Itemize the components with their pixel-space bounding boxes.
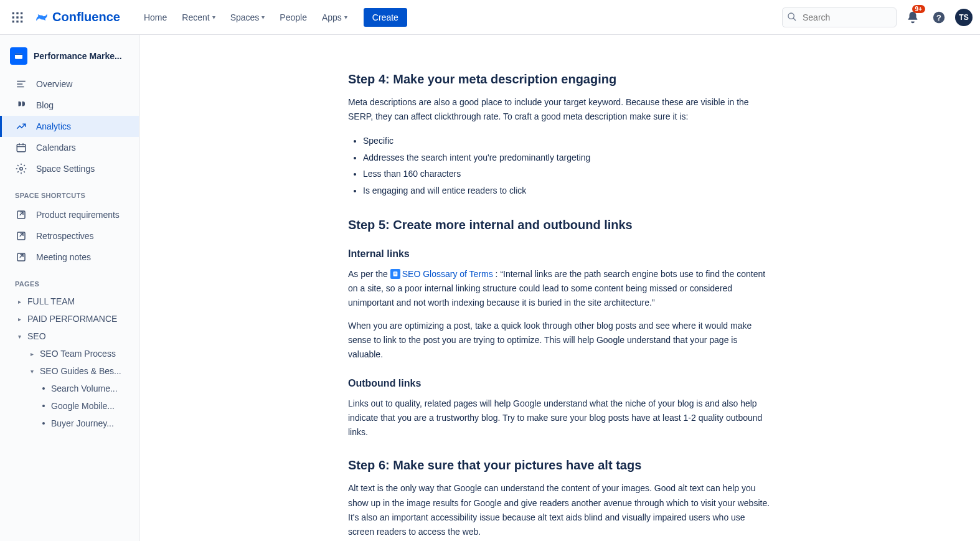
external-link-icon [15,209,27,221]
list-item: Addresses the search intent you're predo… [363,149,771,166]
shortcut-label: Retrospectives [36,231,94,241]
step6-p: Alt text is the only way that Google can… [348,481,771,539]
sidebar-item-blog[interactable]: Blog [0,95,139,116]
sidebar-item-label: Blog [36,100,54,110]
sidebar-item-calendars[interactable]: Calendars [0,137,139,158]
overview-icon [15,78,27,90]
svg-rect-1 [16,12,18,14]
shortcut-product-requirements[interactable]: Product requirements [0,204,139,225]
internal-links-p2: When you are optimizing a post, take a q… [348,319,771,362]
shortcuts-label: SPACE SHORTCUTS [0,179,139,204]
chevron-down-icon[interactable]: ▾ [15,333,24,340]
analytics-icon [15,120,27,133]
space-header[interactable]: Performance Marke... [0,45,139,73]
nav-home[interactable]: Home [138,9,173,26]
tree-buyer-journey[interactable]: Buyer Journey... [0,415,139,432]
svg-rect-14 [15,53,22,55]
chevron-down-icon: ▾ [212,14,215,21]
shortcut-retrospectives[interactable]: Retrospectives [0,225,139,247]
chevron-right-icon[interactable]: ▸ [15,298,24,305]
svg-rect-3 [12,16,14,18]
list-item: Is engaging and will entice readers to c… [363,182,771,199]
shortcut-label: Meeting notes [36,252,91,262]
logo-text: Confluence [52,10,120,24]
tree-seo-guides[interactable]: ▾ SEO Guides & Bes... [0,362,139,380]
tree-search-volume[interactable]: Search Volume... [0,380,139,397]
help-button[interactable]: ? [929,7,949,27]
top-nav: Confluence Home Recent▾ Spaces▾ People A… [0,0,980,35]
search-input[interactable] [782,7,897,27]
top-nav-right: 9+ ? TS [782,7,973,27]
space-icon [10,47,27,65]
document: Step 4: Make your meta description engag… [348,72,771,539]
notification-badge: 9+ [912,5,925,13]
content-area: Step 4: Make your meta description engag… [139,35,980,541]
app-switcher-icon[interactable] [7,7,27,27]
tree-paid-performance[interactable]: ▸ PAID PERFORMANCE [0,310,139,327]
user-avatar[interactable]: TS [955,9,973,26]
step4-heading: Step 4: Make your meta description engag… [348,72,771,87]
notifications-button[interactable]: 9+ [903,7,923,27]
nav-recent[interactable]: Recent▾ [176,9,221,26]
sidebar-item-label: Calendars [36,143,76,153]
tree-seo-team-process[interactable]: ▸ SEO Team Process [0,345,139,362]
chevron-right-icon[interactable]: ▸ [15,316,24,322]
svg-rect-8 [21,21,22,22]
svg-point-22 [20,167,23,171]
nav-people[interactable]: People [273,9,313,26]
seo-glossary-link[interactable]: SEO Glossary of Terms [402,269,493,279]
svg-line-28 [20,255,23,258]
svg-rect-5 [21,16,22,18]
sidebar-item-settings[interactable]: Space Settings [0,158,139,179]
outbound-links-heading: Outbound links [348,378,771,389]
bullet-icon [42,387,45,390]
svg-text:?: ? [936,12,941,22]
sidebar-item-analytics[interactable]: Analytics [0,116,139,137]
sidebar-item-label: Overview [36,79,72,89]
sidebar-item-label: Space Settings [36,164,95,174]
tree-full-team[interactable]: ▸ FULL TEAM [0,293,139,310]
svg-rect-4 [16,16,18,18]
create-button[interactable]: Create [364,8,407,27]
external-link-icon [15,251,27,263]
step5-heading: Step 5: Create more internal and outboun… [348,218,771,232]
shortcut-label: Product requirements [36,210,120,220]
external-link-icon [15,230,27,242]
bullet-icon [42,422,45,425]
pages-label: PAGES [0,268,139,293]
svg-rect-6 [12,21,14,22]
svg-rect-18 [17,144,26,152]
sidebar-item-overview[interactable]: Overview [0,73,139,95]
svg-point-9 [788,13,794,19]
svg-rect-2 [21,12,22,14]
shortcut-meeting-notes[interactable]: Meeting notes [0,247,139,268]
step4-intro: Meta descriptions are also a good place … [348,95,771,124]
nav-items: Home Recent▾ Spaces▾ People Apps▾ [138,9,354,26]
top-nav-left: Confluence Home Recent▾ Spaces▾ People A… [7,7,407,27]
svg-line-24 [20,212,23,215]
doc-link-icon [390,269,400,279]
chevron-down-icon[interactable]: ▾ [27,368,36,375]
blog-icon [15,99,27,111]
chevron-right-icon[interactable]: ▸ [27,350,36,357]
search-box [782,7,897,27]
list-item: Specific [363,133,771,149]
gear-icon [15,162,27,175]
search-icon [787,12,797,24]
tree-seo[interactable]: ▾ SEO [0,327,139,345]
nav-spaces[interactable]: Spaces▾ [224,9,271,26]
svg-line-26 [20,233,23,237]
chevron-down-icon: ▾ [261,14,265,21]
internal-links-p1: As per the SEO Glossary of Terms : “Inte… [348,267,771,310]
step6-heading: Step 6: Make sure that your pictures hav… [348,458,771,473]
step4-list: Specific Addresses the search intent you… [348,133,771,199]
internal-links-heading: Internal links [348,248,771,260]
confluence-logo[interactable]: Confluence [30,10,125,24]
sidebar-item-label: Analytics [36,121,71,131]
calendar-icon [15,141,27,154]
nav-apps[interactable]: Apps▾ [316,9,354,26]
bullet-icon [42,405,45,407]
list-item: Less than 160 characters [363,166,771,182]
sidebar: Performance Marke... Overview Blog Analy… [0,35,139,541]
tree-google-mobile[interactable]: Google Mobile... [0,397,139,415]
